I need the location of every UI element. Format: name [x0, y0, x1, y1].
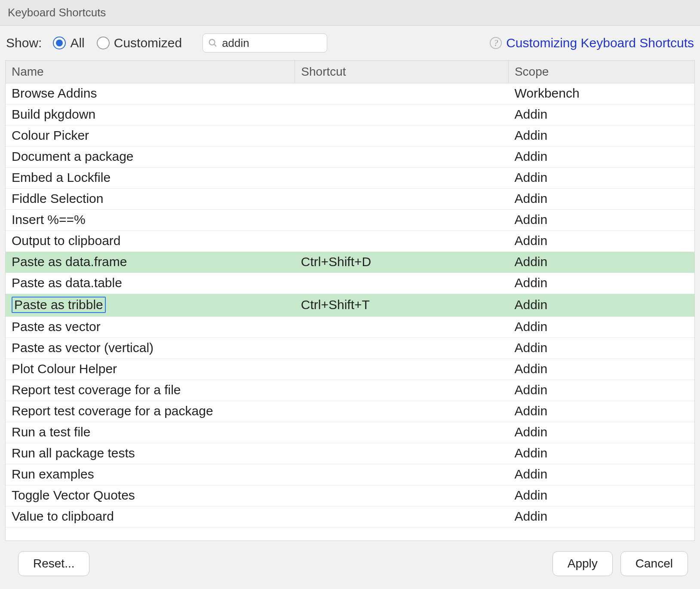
col-scope[interactable]: Scope [508, 61, 694, 83]
radio-unchecked-icon [97, 37, 110, 49]
cell-scope: Addin [508, 359, 694, 380]
radio-all[interactable]: All [53, 36, 84, 50]
table-row[interactable]: Output to clipboardAddin [6, 231, 694, 252]
table-row[interactable]: Colour PickerAddin [6, 126, 694, 147]
table-row[interactable]: Paste as data.tableAddin [6, 273, 694, 294]
cell-name[interactable]: Fiddle Selection [6, 189, 295, 210]
cell-name-text: Report test coverage for a package [12, 404, 213, 418]
cell-shortcut[interactable] [295, 401, 509, 422]
cell-name[interactable]: Run a test file [6, 422, 295, 443]
cell-shortcut[interactable] [295, 485, 509, 506]
cell-name[interactable]: Output to clipboard [6, 231, 295, 252]
button-bar: Reset... Apply Cancel [0, 541, 700, 589]
search-field[interactable] [203, 34, 327, 52]
cell-shortcut[interactable] [295, 317, 509, 338]
cell-name[interactable]: Paste as vector [6, 317, 295, 338]
cell-shortcut[interactable] [295, 422, 509, 443]
table-row[interactable]: Paste as vector (vertical)Addin [6, 338, 694, 359]
cell-shortcut[interactable] [295, 380, 509, 401]
cell-scope: Addin [508, 422, 694, 443]
cell-name-text: Value to clipboard [12, 509, 114, 524]
cell-name[interactable]: Document a package [6, 147, 295, 168]
table-row[interactable]: Run a test fileAddin [6, 422, 694, 443]
cell-shortcut[interactable] [295, 83, 509, 104]
cell-name-text: Output to clipboard [12, 233, 121, 248]
cell-name-text: Insert %==% [12, 212, 86, 227]
radio-customized[interactable]: Customized [97, 36, 182, 50]
table-row[interactable]: Embed a LockfileAddin [6, 168, 694, 189]
table-row[interactable]: Paste as tribbleCtrl+Shift+TAddin [6, 294, 694, 317]
search-icon [208, 38, 218, 48]
cell-shortcut[interactable] [295, 168, 509, 189]
cell-shortcut[interactable] [295, 338, 509, 359]
cell-name[interactable]: Run examples [6, 464, 295, 485]
cell-shortcut[interactable]: Ctrl+Shift+D [295, 252, 509, 273]
table-row[interactable]: Paste as vectorAddin [6, 317, 694, 338]
cell-scope: Addin [508, 317, 694, 338]
cell-name[interactable]: Report test coverage for a file [6, 380, 295, 401]
cell-shortcut[interactable] [295, 464, 509, 485]
table-row[interactable]: Run examplesAddin [6, 464, 694, 485]
cell-name-text: Paste as vector (vertical) [12, 341, 154, 355]
show-filter-radio-group: All Customized [53, 36, 182, 50]
table-row[interactable]: Run all package testsAddin [6, 443, 694, 464]
cell-shortcut[interactable] [295, 231, 509, 252]
cell-name[interactable]: Toggle Vector Quotes [6, 485, 295, 506]
cell-shortcut[interactable] [295, 104, 509, 126]
cell-name-text: Run a test file [12, 425, 90, 439]
table-row[interactable]: Build pkgdownAddin [6, 104, 694, 126]
table-row[interactable]: Browse AddinsWorkbench [6, 83, 694, 104]
cell-name-text: Browse Addins [12, 86, 97, 101]
cell-name[interactable]: Build pkgdown [6, 104, 295, 126]
toolbar: Show: All Customized ? Customizing Keybo… [0, 26, 700, 60]
cell-name[interactable]: Report test coverage for a package [6, 401, 295, 422]
table-row[interactable]: Paste as data.frameCtrl+Shift+DAddin [6, 252, 694, 273]
table-row[interactable]: Report test coverage for a packageAddin [6, 401, 694, 422]
table-row[interactable]: Insert %==%Addin [6, 210, 694, 231]
cell-name[interactable]: Run all package tests [6, 443, 295, 464]
cell-shortcut[interactable] [295, 189, 509, 210]
col-name[interactable]: Name [6, 61, 295, 83]
table-row[interactable]: Plot Colour HelperAddin [6, 359, 694, 380]
cell-scope: Addin [508, 338, 694, 359]
col-shortcut[interactable]: Shortcut [295, 61, 509, 83]
table-row[interactable]: Document a packageAddin [6, 147, 694, 168]
search-input[interactable] [222, 37, 322, 50]
cell-name[interactable]: Insert %==% [6, 210, 295, 231]
cancel-button[interactable]: Cancel [620, 551, 688, 576]
cell-shortcut[interactable] [295, 359, 509, 380]
cell-scope: Addin [508, 189, 694, 210]
table-row[interactable]: Fiddle SelectionAddin [6, 189, 694, 210]
cell-name-text: Toggle Vector Quotes [12, 488, 135, 503]
cell-name[interactable]: Paste as vector (vertical) [6, 338, 295, 359]
cell-name[interactable]: Browse Addins [6, 83, 295, 104]
cell-shortcut[interactable] [295, 147, 509, 168]
cell-shortcut[interactable] [295, 273, 509, 294]
reset-button[interactable]: Reset... [18, 551, 89, 576]
cell-name[interactable]: Paste as data.frame [6, 252, 295, 273]
cell-name[interactable]: Colour Picker [6, 126, 295, 147]
table-row[interactable]: Report test coverage for a fileAddin [6, 380, 694, 401]
cell-shortcut[interactable] [295, 126, 509, 147]
help-link[interactable]: ? Customizing Keyboard Shortcuts [490, 36, 694, 50]
cell-name-text: Paste as data.table [12, 276, 122, 290]
radio-checked-icon [53, 37, 66, 49]
cell-name[interactable]: Value to clipboard [6, 506, 295, 528]
cell-scope: Addin [508, 464, 694, 485]
cell-shortcut[interactable] [295, 210, 509, 231]
cell-scope: Addin [508, 294, 694, 317]
cell-scope: Addin [508, 147, 694, 168]
table-row[interactable]: Value to clipboardAddin [6, 506, 694, 528]
cell-shortcut[interactable] [295, 443, 509, 464]
cell-shortcut[interactable]: Ctrl+Shift+T [295, 294, 509, 317]
cell-scope: Addin [508, 380, 694, 401]
cell-name[interactable]: Paste as tribble [6, 294, 295, 317]
table-row[interactable]: Toggle Vector QuotesAddin [6, 485, 694, 506]
apply-button[interactable]: Apply [553, 551, 613, 576]
cell-name[interactable]: Paste as data.table [6, 273, 295, 294]
cell-shortcut[interactable] [295, 506, 509, 528]
keyboard-shortcuts-dialog: Keyboard Shortcuts Show: All Customized … [0, 0, 700, 589]
cell-name[interactable]: Plot Colour Helper [6, 359, 295, 380]
cell-scope: Addin [508, 126, 694, 147]
cell-name[interactable]: Embed a Lockfile [6, 168, 295, 189]
